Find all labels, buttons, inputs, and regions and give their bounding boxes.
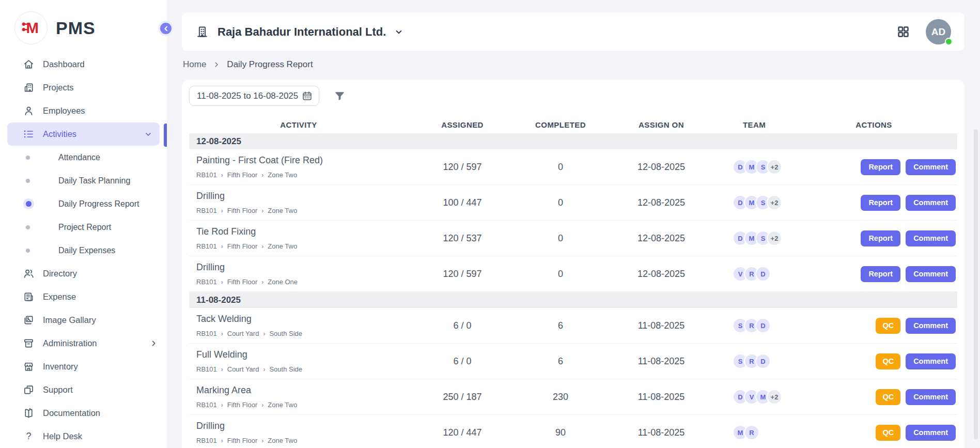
sidebar-subitem-daily-progress-report[interactable]: Daily Progress Report — [0, 192, 167, 215]
sidebar-item-documentation[interactable]: Documentation — [0, 401, 167, 425]
assigned-value: 120 / 447 — [408, 427, 517, 438]
completed-value: 6 — [517, 320, 604, 331]
activity-cell: Painting - First Coat (Fire Red) RB101›F… — [189, 155, 408, 179]
avatar-initials: AD — [931, 26, 945, 38]
team-cell: DMS+2 — [718, 230, 790, 246]
activity-path: RB101›Fifth Floor›Zone Two — [196, 437, 408, 444]
activity-path: RB101›Fifth Floor›Zone One — [196, 278, 408, 286]
path-chevron-icon: › — [261, 243, 263, 250]
team-avatar[interactable]: R — [744, 425, 759, 440]
sidebar-item-inventory[interactable]: Inventory — [0, 355, 167, 378]
team-avatar[interactable]: D — [755, 318, 771, 333]
activity-cell: Drilling RB101›Fifth Floor›Zone Two — [189, 191, 408, 214]
table-header-row: ACTIVITYASSIGNEDCOMPLETEDASSIGN ONTEAMAC… — [189, 116, 957, 133]
sidebar-item-image-gallary[interactable]: Image Gallary — [0, 308, 167, 332]
team-avatar[interactable]: D — [755, 266, 771, 282]
path-segment: RB101 — [196, 207, 217, 214]
company-selector[interactable]: Raja Bahadur International Ltd. — [195, 25, 403, 39]
date-range-input[interactable]: 11-08-2025 to 16-08-2025 — [189, 86, 319, 106]
team-avatar[interactable]: D — [755, 353, 771, 369]
sidebar-subitem-daily-expenses[interactable]: Daily Expenses — [0, 239, 167, 262]
user-avatar[interactable]: AD — [926, 19, 951, 44]
sidebar-subitem-label: Daily Expenses — [58, 246, 115, 255]
completed-value: 0 — [517, 233, 604, 244]
column-header-activity: ACTIVITY — [189, 120, 408, 129]
comment-button[interactable]: Comment — [906, 195, 956, 211]
sidebar-subitem-attendance[interactable]: Attendance — [0, 146, 167, 169]
path-segment: Fifth Floor — [227, 401, 258, 409]
table-row: Drilling RB101›Fifth Floor›Zone Two 120 … — [189, 415, 957, 448]
column-header-team: TEAM — [718, 120, 790, 129]
breadcrumb: HomeDaily Progress Report — [183, 59, 313, 70]
sidebar-item-employees[interactable]: Employees — [0, 99, 167, 122]
help-icon: ? — [23, 430, 35, 442]
report-button[interactable]: Report — [861, 266, 900, 282]
actions-cell: ReportComment — [790, 159, 957, 175]
sidebar-item-administration[interactable]: Administration — [0, 332, 167, 355]
path-segment: Fifth Floor — [227, 242, 258, 250]
path-segment: Zone Two — [268, 401, 297, 409]
filter-row: 11-08-2025 to 16-08-2025 — [189, 86, 957, 106]
path-segment: RB101 — [196, 278, 217, 286]
path-chevron-icon: › — [221, 401, 223, 409]
comment-button[interactable]: Comment — [906, 318, 956, 334]
qc-button[interactable]: QC — [876, 353, 900, 369]
assigned-value: 120 / 537 — [408, 233, 517, 244]
book-icon — [23, 407, 35, 419]
online-status-dot — [945, 38, 953, 45]
sidebar-item-support[interactable]: Support — [0, 378, 167, 401]
sidebar-item-projects[interactable]: Projects — [0, 76, 167, 99]
page-scrollbar[interactable] — [974, 129, 978, 439]
assign-on-value: 11-08-2025 — [604, 320, 718, 331]
team-avatar-more[interactable]: +2 — [767, 230, 782, 246]
path-segment: Court Yard — [227, 365, 259, 373]
sidebar-item-activities[interactable]: Activities — [7, 122, 160, 146]
apps-grid-icon[interactable] — [896, 25, 910, 39]
group-date: 11-08-2025 — [196, 295, 241, 305]
sidebar-subitem-label: Daily Task Planning — [58, 176, 130, 186]
breadcrumb-item-home[interactable]: Home — [183, 59, 206, 70]
path-segment: Fifth Floor — [227, 171, 258, 179]
report-button[interactable]: Report — [861, 195, 900, 211]
sidebar-nav: DashboardProjectsEmployeesActivitiesAtte… — [0, 51, 167, 448]
comment-button[interactable]: Comment — [906, 389, 956, 405]
sidebar-item-label: Expense — [43, 292, 76, 302]
path-segment: Fifth Floor — [227, 207, 258, 214]
sidebar-subitem-project-report[interactable]: Project Report — [0, 215, 167, 239]
comment-button[interactable]: Comment — [906, 425, 956, 441]
team-avatar-more[interactable]: +2 — [767, 159, 782, 175]
path-chevron-icon: › — [261, 401, 263, 409]
report-button[interactable]: Report — [861, 230, 900, 246]
team-cell: MR — [718, 425, 790, 440]
team-avatar-more[interactable]: +2 — [767, 389, 782, 405]
comment-button[interactable]: Comment — [906, 230, 956, 246]
activity-title: Tack Welding — [196, 314, 408, 325]
assign-on-value: 11-08-2025 — [604, 427, 718, 438]
breadcrumb-chevron-icon — [213, 61, 220, 68]
sidebar-collapse-button[interactable] — [158, 21, 174, 36]
image-icon — [23, 314, 35, 326]
assign-on-value: 12-08-2025 — [604, 269, 718, 280]
completed-value: 90 — [517, 427, 604, 438]
comment-button[interactable]: Comment — [906, 159, 956, 175]
sidebar-item-expense[interactable]: Expense — [0, 285, 167, 308]
assigned-value: 6 / 0 — [408, 320, 517, 331]
people-icon — [23, 268, 35, 280]
report-button[interactable]: Report — [861, 159, 900, 175]
activity-cell: Full Welding RB101›Court Yard›South Side — [189, 349, 408, 373]
sidebar-item-help-desk[interactable]: ?Help Desk — [0, 425, 167, 448]
team-avatar-more[interactable]: +2 — [767, 195, 782, 210]
sidebar-subitem-daily-task-planning[interactable]: Daily Task Planning — [0, 169, 167, 192]
comment-button[interactable]: Comment — [906, 266, 956, 282]
sidebar-item-dashboard[interactable]: Dashboard — [0, 53, 167, 76]
sidebar-subitem-label: Daily Progress Report — [58, 199, 139, 209]
comment-button[interactable]: Comment — [906, 353, 956, 369]
sidebar-item-label: Projects — [43, 83, 74, 92]
team-cell: VRD — [718, 266, 790, 282]
qc-button[interactable]: QC — [876, 425, 900, 441]
filter-funnel-icon[interactable] — [334, 90, 346, 102]
qc-button[interactable]: QC — [876, 389, 900, 405]
qc-button[interactable]: QC — [876, 318, 900, 334]
app-name: PMS — [56, 18, 96, 38]
sidebar-item-directory[interactable]: Directory — [0, 262, 167, 285]
